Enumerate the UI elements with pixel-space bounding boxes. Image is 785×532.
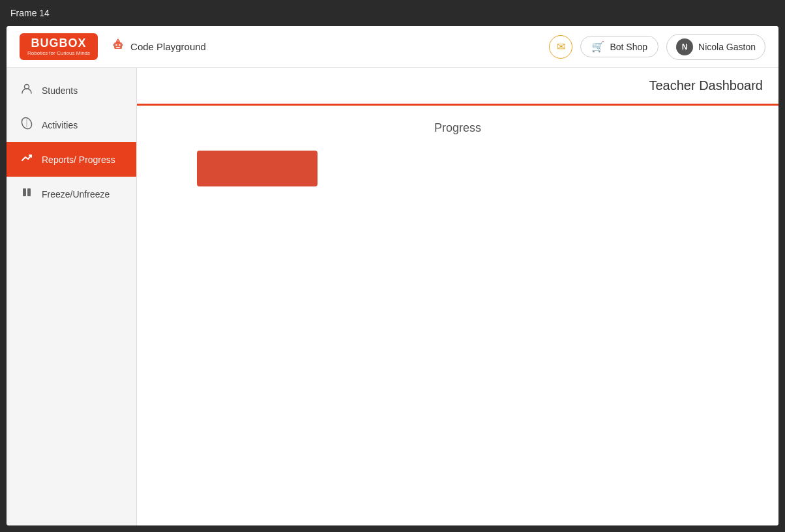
main-header: Teacher Dashboard bbox=[137, 68, 778, 106]
dashboard-title: Teacher Dashboard bbox=[649, 78, 763, 93]
avatar: N bbox=[676, 38, 693, 55]
svg-point-6 bbox=[117, 39, 119, 40]
students-icon bbox=[20, 82, 34, 98]
svg-point-3 bbox=[119, 44, 120, 46]
sidebar-item-students[interactable]: Students bbox=[7, 73, 136, 108]
sidebar-students-label: Students bbox=[42, 85, 78, 96]
svg-rect-12 bbox=[23, 188, 26, 196]
sidebar-freeze-label: Freeze/Unfreeze bbox=[42, 189, 110, 200]
frame-title: Frame 14 bbox=[0, 0, 785, 26]
sidebar-reports-label: Reports/ Progress bbox=[42, 155, 115, 165]
svg-point-2 bbox=[115, 44, 117, 46]
main-content: Teacher Dashboard Progress bbox=[137, 68, 778, 525]
mail-button[interactable]: ✉ bbox=[549, 35, 572, 59]
sidebar-item-freeze[interactable]: Freeze/Unfreeze bbox=[7, 177, 136, 211]
code-playground-label: Code Playground bbox=[130, 41, 206, 52]
logo[interactable]: BUGBOX Robotics for Curious Minds bbox=[20, 33, 98, 60]
mail-icon: ✉ bbox=[557, 40, 565, 53]
svg-rect-1 bbox=[116, 40, 120, 43]
activities-icon bbox=[20, 117, 34, 133]
header-right: ✉ 🛒 Bot Shop N Nicola Gaston bbox=[549, 34, 765, 60]
header: BUGBOX Robotics for Curious Minds Cod bbox=[7, 26, 778, 68]
bot-shop-button[interactable]: 🛒 Bot Shop bbox=[580, 36, 659, 57]
progress-section: Progress bbox=[137, 106, 778, 525]
logo-title: BUGBOX bbox=[31, 37, 87, 50]
progress-heading: Progress bbox=[158, 121, 758, 135]
progress-chart-bar bbox=[197, 151, 318, 186]
user-button[interactable]: N Nicola Gaston bbox=[666, 34, 765, 60]
svg-rect-7 bbox=[113, 44, 114, 46]
code-playground[interactable]: Code Playground bbox=[111, 38, 206, 55]
sidebar-item-activities[interactable]: Activities bbox=[7, 108, 136, 142]
sidebar-activities-label: Activities bbox=[42, 120, 78, 130]
svg-rect-4 bbox=[116, 47, 120, 48]
code-playground-icon bbox=[111, 38, 125, 55]
svg-rect-13 bbox=[27, 188, 31, 196]
reports-icon bbox=[20, 151, 34, 168]
body: Students Activities Re bbox=[7, 68, 778, 525]
cart-icon: 🛒 bbox=[591, 40, 604, 53]
user-name: Nicola Gaston bbox=[698, 42, 756, 52]
logo-subtitle: Robotics for Curious Minds bbox=[27, 50, 90, 56]
svg-rect-8 bbox=[122, 44, 123, 46]
freeze-icon bbox=[20, 186, 34, 202]
sidebar: Students Activities Re bbox=[7, 68, 137, 525]
sidebar-item-reports[interactable]: Reports/ Progress bbox=[7, 142, 136, 177]
app-container: BUGBOX Robotics for Curious Minds Cod bbox=[7, 26, 778, 525]
bot-shop-label: Bot Shop bbox=[610, 42, 647, 52]
